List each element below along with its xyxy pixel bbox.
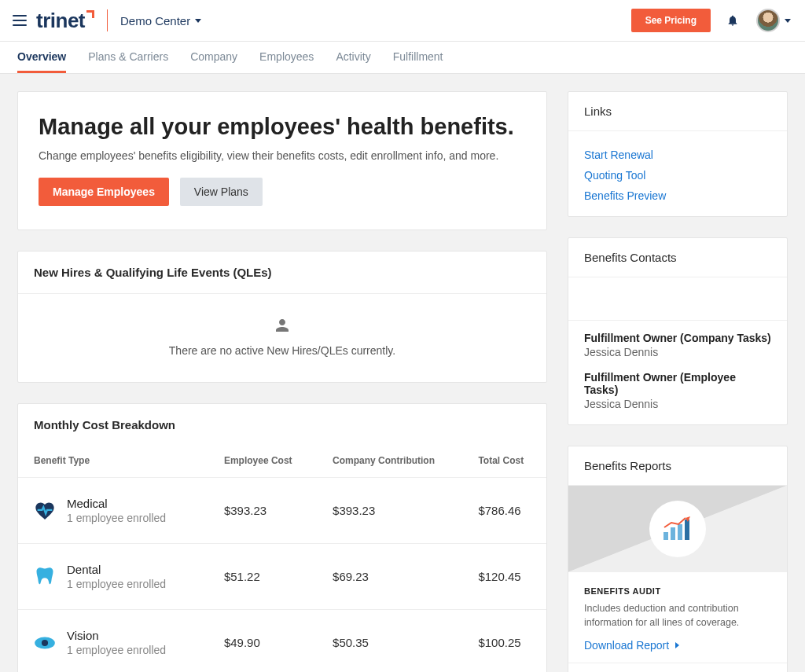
col-company: Company Contribution: [317, 447, 462, 478]
svg-rect-2: [663, 532, 668, 540]
benefit-name: Medical: [67, 497, 166, 510]
logo-corner-icon: [86, 10, 94, 18]
contact-role: Fulfillment Owner (Company Tasks): [584, 332, 771, 344]
contact-name: Jessica Dennis: [584, 346, 771, 358]
menu-icon[interactable]: [13, 15, 27, 26]
cell-employee-cost: $49.90: [208, 610, 317, 673]
cell-company-cost: $50.35: [317, 610, 462, 673]
col-employee: Employee Cost: [208, 447, 317, 478]
links-card: Links Start Renewal Quoting Tool Benefit…: [568, 91, 788, 217]
chart-icon: [662, 516, 693, 542]
cell-total-cost: $786.46: [462, 478, 546, 544]
avatar: [756, 9, 780, 32]
report-link-label: Download Report: [584, 639, 669, 652]
benefit-enrolled: 1 employee enrolled: [67, 512, 166, 524]
view-plans-button[interactable]: View Plans: [180, 178, 263, 206]
tabbar: Overview Plans & Carriers Company Employ…: [0, 42, 805, 74]
see-pricing-button[interactable]: See Pricing: [631, 9, 711, 32]
workspace-dropdown[interactable]: Demo Center: [120, 14, 201, 28]
link-start-renewal[interactable]: Start Renewal: [584, 149, 771, 161]
table-row: Medical 1 employee enrolled $393.23 $393…: [18, 478, 546, 544]
link-benefits-preview[interactable]: Benefits Preview: [584, 189, 771, 202]
cell-company-cost: $393.23: [317, 478, 462, 544]
cost-title: Monthly Cost Breakdown: [18, 404, 546, 447]
cell-total-cost: $100.25: [462, 610, 546, 673]
page-subtitle: Change employees' benefits eligibility, …: [39, 149, 526, 162]
reports-hero: [568, 486, 787, 572]
links-title: Links: [568, 92, 787, 131]
qle-empty-message: There are no active New Hires/QLEs curre…: [34, 344, 531, 357]
hero-card: Manage all your employees' health benefi…: [17, 91, 547, 230]
tab-fulfillment[interactable]: Fulfillment: [393, 42, 443, 73]
qle-title: New Hires & Qualifying Life Events (QLEs…: [18, 252, 546, 294]
cell-total-cost: $120.45: [462, 544, 546, 610]
report-desc: Includes deduction and contribution info…: [584, 602, 771, 630]
svg-rect-5: [685, 520, 689, 540]
col-total: Total Cost: [462, 447, 546, 478]
table-row: Vision 1 employee enrolled $49.90 $50.35…: [18, 610, 546, 673]
qle-card: New Hires & Qualifying Life Events (QLEs…: [17, 251, 547, 383]
chevron-right-icon: [675, 642, 679, 648]
contact-role: Fulfillment Owner (Employee Tasks): [584, 371, 771, 396]
contacts-card: Benefits Contacts Fulfillment Owner (Com…: [568, 237, 788, 425]
page-title: Manage all your employees' health benefi…: [39, 114, 526, 140]
medical-icon: [34, 500, 56, 522]
contacts-title: Benefits Contacts: [568, 238, 787, 277]
contact-item: Fulfillment Owner (Company Tasks) Jessic…: [568, 321, 787, 368]
reports-card: Benefits Reports BENEFITS AUDIT Includes…: [568, 446, 788, 672]
report-item: BENEFITS QUOTING CENSUS REPORT Current e…: [568, 663, 787, 672]
chevron-down-icon: [195, 19, 201, 23]
download-report-link[interactable]: Download Report: [584, 639, 771, 652]
person-icon: [273, 316, 292, 335]
svg-rect-3: [671, 527, 675, 540]
workspace-label: Demo Center: [120, 14, 190, 28]
report-item: BENEFITS AUDIT Includes deduction and co…: [568, 572, 787, 663]
user-menu[interactable]: [756, 9, 791, 32]
benefit-name: Vision: [67, 629, 166, 642]
brand-text: trinet: [36, 9, 85, 33]
cost-table: Benefit Type Employee Cost Company Contr…: [18, 447, 546, 672]
dental-icon: [34, 566, 56, 588]
contact-name: Jessica Dennis: [584, 398, 771, 410]
cell-company-cost: $69.23: [317, 544, 462, 610]
benefit-enrolled: 1 employee enrolled: [67, 644, 166, 656]
table-row: Dental 1 employee enrolled $51.22 $69.23…: [18, 544, 546, 610]
tab-plans-carriers[interactable]: Plans & Carriers: [88, 42, 168, 73]
divider: [107, 9, 108, 31]
tab-company[interactable]: Company: [190, 42, 237, 73]
chevron-down-icon: [785, 19, 791, 23]
brand-logo[interactable]: trinet: [36, 9, 94, 33]
contact-item: Fulfillment Owner (Employee Tasks) Jessi…: [568, 368, 787, 424]
link-quoting-tool[interactable]: Quoting Tool: [584, 169, 771, 182]
svg-point-1: [42, 639, 48, 645]
vision-icon: [34, 632, 56, 654]
manage-employees-button[interactable]: Manage Employees: [39, 178, 169, 206]
tab-overview[interactable]: Overview: [17, 42, 66, 73]
reports-title: Benefits Reports: [568, 446, 787, 486]
cell-employee-cost: $393.23: [208, 478, 317, 544]
tab-activity[interactable]: Activity: [336, 42, 370, 73]
report-heading: BENEFITS AUDIT: [584, 586, 771, 596]
cost-breakdown-card: Monthly Cost Breakdown Benefit Type Empl…: [17, 403, 547, 672]
tab-employees[interactable]: Employees: [259, 42, 314, 73]
topbar: trinet Demo Center See Pricing: [0, 0, 805, 42]
notifications-icon[interactable]: [726, 14, 739, 27]
col-benefit: Benefit Type: [18, 447, 208, 478]
benefit-enrolled: 1 employee enrolled: [67, 578, 166, 590]
svg-rect-4: [678, 524, 682, 540]
cell-employee-cost: $51.22: [208, 544, 317, 610]
benefit-name: Dental: [67, 563, 166, 576]
